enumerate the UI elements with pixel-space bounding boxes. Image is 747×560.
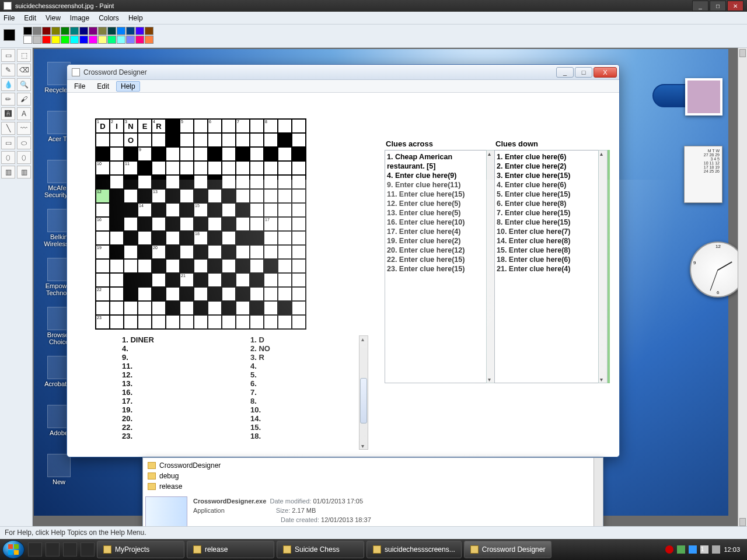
grid-cell[interactable] <box>138 315 152 329</box>
grid-cell[interactable] <box>222 161 236 175</box>
grid-cell[interactable] <box>124 245 138 259</box>
palette-swatch[interactable] <box>107 27 116 35</box>
grid-cell[interactable] <box>166 231 180 245</box>
volume-icon[interactable] <box>712 545 720 554</box>
grid-cell[interactable] <box>222 133 236 147</box>
grid-cell[interactable] <box>194 119 208 133</box>
palette-swatch[interactable] <box>23 36 32 44</box>
paint-tool[interactable]: ⬯ <box>1 151 15 164</box>
grid-cell[interactable] <box>264 315 278 329</box>
grid-cell[interactable] <box>180 133 194 147</box>
clue-down-item[interactable]: 5. Enter clue here(15) <box>497 190 602 199</box>
grid-cell[interactable] <box>292 203 306 217</box>
grid-cell[interactable]: E <box>138 119 152 133</box>
tray-icon[interactable]: 1 <box>700 545 708 554</box>
answers-scrollbar[interactable] <box>359 335 368 450</box>
tray-icon[interactable] <box>689 545 697 554</box>
grid-cell[interactable] <box>180 301 194 315</box>
grid-cell[interactable]: 19 <box>96 245 110 259</box>
grid-cell[interactable] <box>180 245 194 259</box>
grid-cell[interactable] <box>278 119 292 133</box>
grid-cell[interactable] <box>292 301 306 315</box>
grid-cell[interactable] <box>110 147 124 161</box>
grid-cell[interactable] <box>222 203 236 217</box>
grid-cell[interactable] <box>292 217 306 231</box>
grid-cell[interactable] <box>264 231 278 245</box>
grid-cell[interactable] <box>222 147 236 161</box>
paint-menu-help[interactable]: Help <box>128 14 143 22</box>
palette-swatch[interactable] <box>79 27 88 35</box>
clue-down-item[interactable]: 10. Enter clue here(7) <box>497 227 602 236</box>
grid-cell[interactable] <box>278 259 292 273</box>
paint-tool[interactable]: ⌫ <box>17 64 31 76</box>
folder-item[interactable]: release <box>145 481 227 492</box>
grid-cell[interactable] <box>236 245 250 259</box>
grid-cell[interactable]: 16 <box>96 217 110 231</box>
grid-cell[interactable] <box>110 133 124 147</box>
grid-cell[interactable] <box>208 189 222 203</box>
grid-cell[interactable] <box>250 161 264 175</box>
grid-cell[interactable] <box>222 119 236 133</box>
grid-cell[interactable] <box>180 217 194 231</box>
grid-cell[interactable] <box>278 245 292 259</box>
palette-swatch[interactable] <box>145 27 153 35</box>
grid-cell[interactable]: 13 <box>152 189 166 203</box>
grid-cell[interactable] <box>236 217 250 231</box>
grid-cell[interactable] <box>292 315 306 329</box>
clues-down-spinner[interactable] <box>598 150 608 383</box>
grid-cell[interactable] <box>264 175 278 189</box>
grid-cell[interactable] <box>166 161 180 175</box>
grid-cell[interactable] <box>110 301 124 315</box>
close-button[interactable]: ✕ <box>727 1 743 11</box>
grid-cell[interactable] <box>138 231 152 245</box>
grid-cell[interactable] <box>180 147 194 161</box>
grid-cell[interactable] <box>194 287 208 301</box>
palette-swatch[interactable] <box>135 27 144 35</box>
grid-cell[interactable] <box>250 245 264 259</box>
palette-swatch[interactable] <box>135 36 144 44</box>
grid-cell[interactable] <box>278 273 292 287</box>
grid-cell[interactable] <box>96 259 110 273</box>
grid-cell[interactable] <box>166 315 180 329</box>
grid-cell[interactable] <box>222 231 236 245</box>
grid-cell[interactable] <box>208 301 222 315</box>
grid-cell[interactable] <box>292 161 306 175</box>
clue-across-item[interactable]: 23. Enter clue here(15) <box>387 264 492 274</box>
grid-cell[interactable] <box>138 133 152 147</box>
grid-cell[interactable] <box>278 189 292 203</box>
grid-cell[interactable]: 23 <box>96 315 110 329</box>
color-palette[interactable] <box>23 27 153 44</box>
grid-cell[interactable] <box>166 175 180 189</box>
cd-maximize-button[interactable]: □ <box>575 67 592 78</box>
grid-cell[interactable] <box>96 301 110 315</box>
clue-across-item[interactable]: 17. Enter clue here(4) <box>387 227 492 236</box>
grid-cell[interactable] <box>138 175 152 189</box>
system-tray[interactable]: 1 12:03 <box>665 545 745 554</box>
grid-cell[interactable] <box>236 189 250 203</box>
grid-cell[interactable] <box>180 315 194 329</box>
grid-cell[interactable] <box>236 273 250 287</box>
paint-tool[interactable]: ⬭ <box>17 136 31 149</box>
grid-cell[interactable] <box>152 217 166 231</box>
grid-cell[interactable] <box>152 315 166 329</box>
grid-cell[interactable] <box>278 287 292 301</box>
paint-tool[interactable]: A <box>17 107 31 120</box>
grid-cell[interactable] <box>292 175 306 189</box>
crossword-grid[interactable]: 1D2I3NE4R5678O91011121314151617181920212… <box>95 118 306 330</box>
palette-swatch[interactable] <box>51 36 60 44</box>
palette-swatch[interactable] <box>61 27 69 35</box>
tray-clock[interactable]: 12:03 <box>724 546 740 553</box>
clue-down-item[interactable]: 4. Enter clue here(6) <box>497 180 602 190</box>
paint-tool[interactable]: ⬚ <box>17 49 31 62</box>
grid-cell[interactable]: 17 <box>264 217 278 231</box>
paint-menu-file[interactable]: File <box>4 14 15 22</box>
grid-cell[interactable] <box>292 119 306 133</box>
paint-tool[interactable]: 💧 <box>1 78 15 91</box>
grid-cell[interactable] <box>278 161 292 175</box>
clue-down-item[interactable]: 18. Enter clue here(6) <box>497 255 602 264</box>
clue-across-item[interactable]: 9. Enter clue here(11) <box>387 180 492 190</box>
grid-cell[interactable] <box>250 175 264 189</box>
grid-cell[interactable] <box>292 273 306 287</box>
palette-swatch[interactable] <box>33 27 41 35</box>
grid-cell[interactable] <box>124 301 138 315</box>
